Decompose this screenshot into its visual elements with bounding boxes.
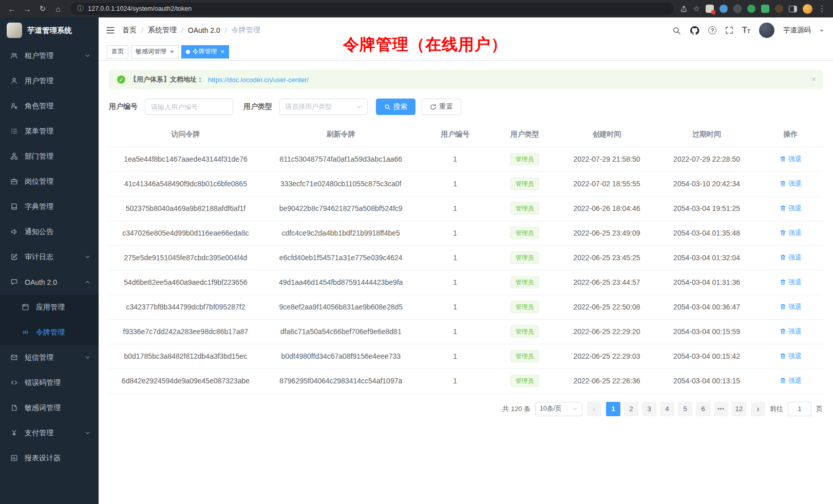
fullscreen-icon[interactable] — [725, 26, 733, 34]
page-12-button[interactable]: 12 — [732, 402, 746, 416]
force-logout-button[interactable]: 强退 — [780, 352, 802, 361]
force-logout-button[interactable]: 强退 — [780, 376, 802, 385]
prev-page-button[interactable]: ‹ — [587, 402, 601, 416]
goto-label: 前往 — [770, 404, 783, 414]
force-logout-button[interactable]: 强退 — [780, 228, 802, 238]
tab-sensitive-word[interactable]: 敏感词管理× — [131, 45, 179, 59]
created-time-cell: 2022-06-25 22:50:08 — [559, 295, 655, 319]
user-id-input[interactable] — [145, 99, 233, 115]
dict-icon — [10, 203, 18, 210]
force-logout-button[interactable]: 强退 — [780, 253, 802, 262]
tab-token[interactable]: 令牌管理× — [181, 45, 230, 59]
sidebar-item-user[interactable]: 用户管理 — [0, 68, 99, 93]
browser-menu-icon[interactable]: ⋮ — [818, 4, 826, 13]
breadcrumb-item[interactable]: 首页 — [122, 26, 137, 35]
created-time-cell: 2022-06-25 23:44:57 — [559, 270, 655, 295]
extension-blue-icon[interactable] — [720, 5, 728, 13]
breadcrumb-separator: / — [225, 26, 227, 34]
sidebar-item-role[interactable]: 角色管理 — [0, 93, 99, 119]
sidebar-item-report[interactable]: 报表设计器 — [0, 445, 99, 471]
sidebar-item-oauth2[interactable]: OAuth 2.0 — [0, 269, 99, 295]
force-logout-icon — [780, 303, 786, 310]
alert-close-icon[interactable]: × — [811, 75, 816, 84]
page-size-select[interactable]: 10条/页 — [535, 402, 582, 416]
user-type-select[interactable]: 请选择用户类型 — [279, 99, 368, 115]
username[interactable]: 芋道源码 — [783, 26, 811, 35]
sidebar-toggle-icon[interactable] — [789, 6, 797, 12]
app-logo[interactable]: 芋道管理系统 — [0, 17, 99, 43]
sidebar-item-pay[interactable]: 支付管理 — [0, 420, 99, 445]
action-cell: 强退 — [759, 344, 823, 369]
search-button[interactable]: 搜索 — [376, 99, 415, 115]
sidebar-item-sms[interactable]: 短信管理 — [0, 345, 99, 370]
close-tab-icon[interactable]: × — [221, 48, 225, 55]
font-size-icon[interactable]: TT — [742, 26, 750, 34]
sidebar-item-sensitive-word[interactable]: 敏感词管理 — [0, 395, 99, 420]
page-5-button[interactable]: 5 — [678, 402, 692, 416]
sidebar-item-dept[interactable]: 部门管理 — [0, 144, 99, 169]
user-id-cell: 1 — [420, 295, 491, 319]
page-6-button[interactable]: 6 — [696, 402, 710, 416]
breadcrumb-item[interactable]: 系统管理 — [148, 26, 177, 35]
extension-dark2-icon[interactable] — [775, 5, 783, 13]
sidebar-item-error-code[interactable]: 错误码管理 — [0, 370, 99, 395]
back-icon[interactable]: ← — [5, 2, 18, 15]
access-token-cell: 54d6be82ee5a460a9aedc1f9bf223656 — [109, 270, 262, 295]
page-3-button[interactable]: 3 — [642, 402, 656, 416]
force-logout-icon — [780, 377, 786, 384]
user-avatar[interactable] — [759, 23, 774, 38]
page-4-button[interactable]: 4 — [660, 402, 674, 416]
force-logout-button[interactable]: 强退 — [780, 327, 802, 336]
user-type-badge: 管理员 — [510, 301, 539, 313]
bookmark-star-icon[interactable]: ☆ — [693, 4, 700, 13]
page-1-button[interactable]: 1 — [606, 402, 620, 416]
page-2-button[interactable]: 2 — [624, 402, 638, 416]
extensions-puzzle-icon[interactable] — [761, 5, 769, 13]
sidebar-item-post[interactable]: 岗位管理 — [0, 169, 99, 194]
force-logout-button[interactable]: 强退 — [780, 204, 802, 213]
chevron-down-icon[interactable] — [820, 30, 824, 34]
refresh-token-cell: dfa6c71a50a54c66bef706ef9e6e8d81 — [262, 319, 420, 344]
more-pages-button[interactable]: ••• — [714, 402, 728, 416]
sidebar-item-menu[interactable]: 菜单管理 — [0, 119, 99, 144]
sidebar-item-oauth2-token[interactable]: 令牌管理 — [0, 320, 99, 345]
extension-badged-icon[interactable] — [706, 5, 714, 13]
force-logout-button[interactable]: 强退 — [780, 302, 802, 312]
hamburger-icon[interactable] — [99, 17, 122, 43]
extension-green-icon[interactable] — [747, 5, 755, 13]
goto-page-input[interactable] — [788, 402, 811, 416]
alert-link[interactable]: https://doc.iocoder.cn/user-center/ — [208, 76, 309, 84]
sidebar-item-label: 角色管理 — [25, 102, 53, 111]
extension-dark-icon[interactable] — [733, 5, 742, 13]
url-bar[interactable]: ⓘ 127.0.0.1:1024/system/oauth2/token — [71, 3, 674, 15]
logo-title: 芋道管理系统 — [27, 26, 72, 35]
sidebar-item-notice[interactable]: 通知公告 — [0, 219, 99, 244]
close-tab-icon[interactable]: × — [170, 48, 174, 55]
share-icon[interactable] — [680, 5, 688, 13]
app-icon — [22, 303, 30, 311]
breadcrumb-item[interactable]: OAuth 2.0 — [188, 26, 220, 34]
browser-profile-avatar[interactable] — [803, 4, 812, 14]
search-icon[interactable] — [672, 26, 681, 35]
site-info-icon[interactable]: ⓘ — [77, 4, 84, 13]
reset-button[interactable]: 重置 — [422, 99, 461, 115]
home-icon[interactable]: ⌂ — [51, 2, 65, 15]
sidebar-item-oauth2-app[interactable]: 应用管理 — [0, 295, 99, 320]
pay-icon — [10, 429, 18, 437]
tab-home[interactable]: 首页 — [107, 45, 128, 59]
forward-icon[interactable]: → — [21, 2, 34, 15]
next-page-button[interactable]: › — [751, 402, 765, 416]
force-logout-button[interactable]: 强退 — [780, 278, 802, 287]
reload-icon[interactable]: ↻ — [36, 2, 49, 15]
access-token-cell: 41c41346a548490f9dc8b01c6bfe0865 — [109, 171, 262, 196]
user-type-cell: 管理员 — [491, 147, 559, 171]
help-icon[interactable]: ? — [708, 26, 716, 34]
force-logout-button[interactable]: 强退 — [780, 179, 802, 188]
table-row: 41c41346a548490f9dc8b01c6bfe0865333ecfc7… — [109, 171, 823, 196]
user-type-badge: 管理员 — [510, 227, 539, 239]
sidebar-item-audit-log[interactable]: 审计日志 — [0, 244, 99, 269]
sidebar-item-tenant[interactable]: 租户管理 — [0, 43, 99, 68]
force-logout-button[interactable]: 强退 — [780, 154, 802, 164]
sidebar-item-dict[interactable]: 字典管理 — [0, 194, 99, 219]
github-icon[interactable] — [690, 26, 699, 35]
